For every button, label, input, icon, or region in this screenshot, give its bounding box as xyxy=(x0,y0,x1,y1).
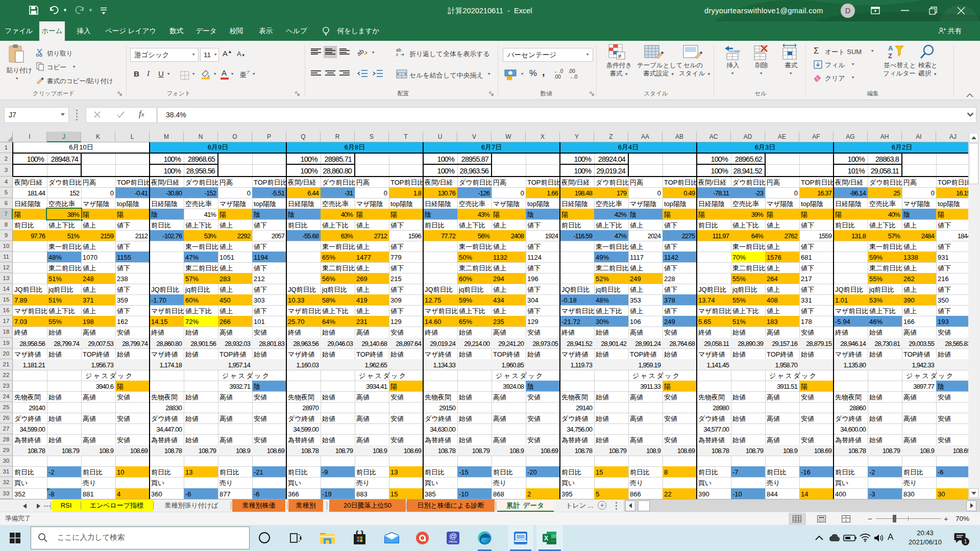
svg-text:A: A xyxy=(888,44,893,52)
svg-text:X: X xyxy=(544,535,548,542)
svg-text:亜: 亜 xyxy=(240,71,247,79)
svg-text:Z: Z xyxy=(888,52,892,60)
svg-text:ab: ab xyxy=(357,48,365,57)
svg-text:ア: ア xyxy=(247,70,250,74)
svg-text:≠: ≠ xyxy=(618,53,622,60)
svg-text:c: c xyxy=(396,52,399,57)
